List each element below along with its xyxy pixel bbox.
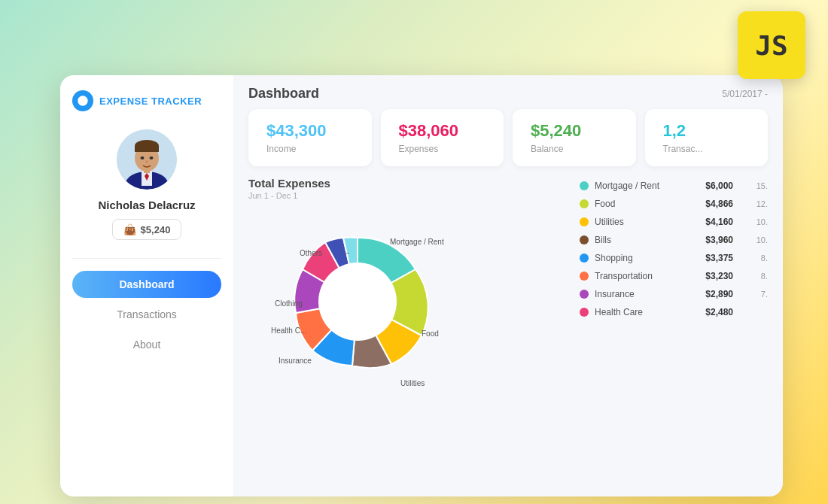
svg-point-10: [150, 156, 154, 159]
legend-dot: [580, 199, 589, 208]
legend-dot: [580, 181, 589, 190]
legend-item: Health Care $2,480: [580, 303, 768, 321]
page-title: Dashboard: [248, 86, 319, 102]
top-bar: Dashboard 5/01/2017 -: [233, 75, 783, 109]
balance-value: $5,240: [531, 121, 618, 141]
nav-about[interactable]: About: [72, 331, 221, 358]
user-balance: $5,240: [141, 224, 171, 235]
app-title: EXPENSE TRACKER: [99, 96, 202, 107]
avatar: [117, 129, 177, 190]
legend-list: Mortgage / Rent $6,000 15. Food $4,866 1…: [580, 177, 768, 321]
legend-amount: $4,160: [705, 217, 733, 227]
chart-subtitle: Jun 1 - Dec 1: [248, 191, 572, 200]
legend-amount: $3,960: [705, 235, 733, 245]
svg-point-11: [146, 160, 148, 163]
js-badge: JS: [738, 11, 805, 79]
legend-pct: 12.: [745, 199, 768, 208]
legend-item: Food $4,866 12.: [580, 195, 768, 213]
label-mortgage: Mortgage / Rent: [390, 238, 444, 246]
legend-name: Transportation: [595, 271, 699, 281]
legend-name: Insurance: [595, 289, 699, 299]
legend-pct: 8.: [745, 254, 768, 263]
label-health: Health C...: [271, 326, 306, 335]
legend: Mortgage / Rent $6,000 15. Food $4,866 1…: [572, 177, 768, 489]
balance-label: Balance: [531, 144, 618, 154]
legend-item: Mortgage / Rent $6,000 15.: [580, 177, 768, 195]
nav-transactions[interactable]: Transactions: [72, 301, 221, 328]
legend-name: Shopping: [595, 253, 699, 263]
legend-dot: [580, 308, 589, 317]
stat-transactions: 1,2 Transac...: [645, 109, 769, 166]
legend-item: Utilities $4,160 10.: [580, 213, 768, 231]
label-insurance: Insurance: [279, 357, 312, 365]
chart-container: Total Expenses Jun 1 - Dec 1: [248, 177, 572, 489]
legend-name: Bills: [595, 235, 699, 245]
label-food: Food: [422, 329, 439, 338]
legend-name: Health Care: [595, 307, 699, 317]
legend-pct: 10.: [745, 235, 768, 244]
legend-dot: [580, 254, 589, 263]
expenses-label: Expenses: [399, 144, 486, 154]
avatar-image: [117, 129, 177, 190]
app-container: EXPENSE TRACKER: [60, 75, 783, 496]
date-range: 5/01/2017 -: [722, 89, 768, 99]
legend-item: Shopping $3,375 8.: [580, 249, 768, 267]
legend-amount: $2,890: [705, 289, 733, 299]
legend-amount: $6,000: [705, 181, 733, 191]
svg-rect-8: [135, 146, 159, 152]
stat-balance: $5,240 Balance: [513, 109, 636, 166]
label-clothing: Clothing: [275, 299, 303, 308]
label-others: Others: [300, 249, 322, 257]
sidebar-header: EXPENSE TRACKER: [72, 90, 202, 111]
legend-name: Food: [595, 199, 699, 209]
user-name: Nicholas Delacruz: [98, 199, 195, 211]
income-value: $43,300: [266, 121, 354, 141]
legend-dot: [580, 235, 589, 244]
legend-dot: [580, 272, 589, 281]
nav-dashboard[interactable]: Dashboard: [72, 271, 221, 298]
sidebar: EXPENSE TRACKER: [60, 75, 233, 496]
stat-income: $43,300 Income: [248, 109, 372, 166]
js-badge-text: JS: [755, 30, 787, 61]
chart-section: Total Expenses Jun 1 - Dec 1: [233, 177, 783, 496]
legend-pct: 15.: [745, 181, 768, 190]
income-label: Income: [266, 144, 354, 154]
donut-chart-wrapper: Others — Clothing Health C... Insurance …: [248, 208, 467, 396]
wallet-icon: 👜: [123, 223, 136, 235]
legend-dot: [580, 290, 589, 299]
legend-amount: $4,866: [705, 199, 733, 209]
stats-row: $43,300 Income $38,060 Expenses $5,240 B…: [233, 109, 783, 177]
floating-labels: Others — Clothing Health C... Insurance …: [271, 215, 444, 388]
legend-item: Insurance $2,890 7.: [580, 285, 768, 303]
logo-icon: [72, 90, 93, 111]
legend-pct: 10.: [745, 217, 768, 226]
legend-item: Transportation $3,230 8.: [580, 267, 768, 285]
legend-item: Bills $3,960 10.: [580, 231, 768, 249]
legend-pct: 7.: [745, 290, 768, 299]
legend-amount: $3,375: [705, 253, 733, 263]
legend-amount: $3,230: [705, 271, 733, 281]
legend-name: Utilities: [595, 217, 699, 227]
stat-expenses: $38,060 Expenses: [381, 109, 504, 166]
legend-pct: 8.: [745, 272, 768, 281]
balance-badge: 👜 $5,240: [112, 219, 182, 240]
legend-dot: [580, 217, 589, 226]
expenses-value: $38,060: [399, 121, 486, 141]
transactions-value: 1,2: [663, 121, 750, 141]
transactions-label: Transac...: [663, 144, 750, 154]
label-utilities: Utilities: [400, 379, 425, 387]
svg-point-9: [141, 156, 145, 159]
sidebar-divider: [72, 258, 221, 259]
chart-title: Total Expenses: [248, 177, 572, 190]
legend-name: Mortgage / Rent: [595, 181, 699, 191]
label-line-others: —: [342, 249, 349, 257]
legend-amount: $2,480: [705, 307, 733, 317]
dollar-icon: [77, 95, 89, 107]
main-content: Dashboard 5/01/2017 - $43,300 Income $38…: [233, 75, 783, 496]
